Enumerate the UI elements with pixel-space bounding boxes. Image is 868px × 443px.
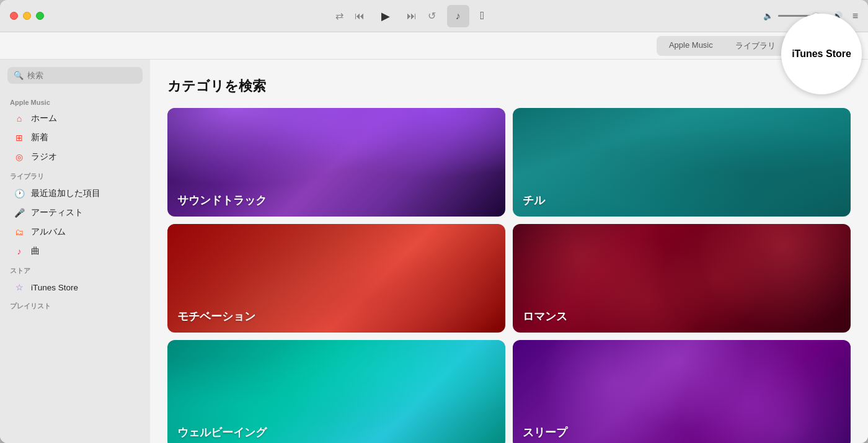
category-card-romance[interactable]: ロマンス <box>513 224 851 333</box>
sidebar-item-albums-label: アルバム <box>31 226 66 238</box>
sidebar-section-store: ストア <box>0 261 150 278</box>
sidebar-section-playlists: プレイリスト <box>0 297 150 313</box>
maximize-button[interactable] <box>36 12 44 20</box>
sidebar-item-home[interactable]: ⌂ ホーム <box>4 109 146 128</box>
minimize-button[interactable] <box>23 12 31 20</box>
artist-icon: 🎤 <box>14 208 25 218</box>
sidebar-section-library: ライブラリ <box>0 167 150 184</box>
main-content: 🔍 Apple Music ⌂ ホーム ⊞ 新着 ◎ ラジオ ライブラリ 🕐 最… <box>0 60 868 443</box>
sidebar-item-artists-label: アーティスト <box>31 207 83 218</box>
category-label-sleep: スリープ <box>523 425 567 440</box>
recent-icon: 🕐 <box>14 189 25 199</box>
sidebar-item-recent-label: 最近追加した項目 <box>31 188 100 199</box>
new-icon: ⊞ <box>14 133 25 143</box>
category-label-chill: チル <box>523 193 545 208</box>
itunes-store-badge: iTunes Store <box>781 14 862 94</box>
playback-controls: ⇄ ⏮ ▶ ⏭ ↺ ♪  <box>56 5 763 27</box>
search-bar[interactable]: 🔍 <box>7 67 143 84</box>
tabbar: Apple Music ライブラリ iTunes Store iTunes St… <box>0 32 868 60</box>
repeat-button[interactable]: ↺ <box>428 10 436 22</box>
radio-icon: ◎ <box>14 152 25 162</box>
sidebar-item-home-label: ホーム <box>31 113 57 124</box>
sidebar-item-itunes-store-label: iTunes Store <box>31 283 78 292</box>
sidebar-item-new[interactable]: ⊞ 新着 <box>4 128 146 147</box>
now-playing-icon[interactable]: ♪ <box>447 5 469 27</box>
sidebar-section-apple-music: Apple Music <box>0 94 150 109</box>
sidebar-item-recent[interactable]: 🕐 最近追加した項目 <box>4 184 146 203</box>
category-card-motivation[interactable]: モチベーション <box>167 224 505 333</box>
itunes-store-icon: ☆ <box>14 282 25 292</box>
home-icon: ⌂ <box>14 114 25 123</box>
close-button[interactable] <box>10 12 18 20</box>
category-card-soundtrack[interactable]: サウンドトラック <box>167 108 505 217</box>
sidebar-item-radio-label: ラジオ <box>31 151 57 163</box>
rewind-button[interactable]: ⏮ <box>355 11 365 22</box>
category-label-wellbeing: ウェルビーイング <box>177 425 267 440</box>
sidebar-item-itunes-store[interactable]: ☆ iTunes Store <box>4 279 146 296</box>
categories-grid: サウンドトラック チル モチベーション ロマンス ウェルビーイング <box>167 108 851 443</box>
tab-library[interactable]: ライブラリ <box>724 37 787 55</box>
forward-button[interactable]: ⏭ <box>407 11 417 22</box>
app-window: ⇄ ⏮ ▶ ⏭ ↺ ♪  🔈 🔊 ≡ Apple Music ライブラリ iT… <box>0 0 868 443</box>
sidebar-item-songs[interactable]: ♪ 曲 <box>4 242 146 261</box>
category-label-soundtrack: サウンドトラック <box>177 193 267 208</box>
sidebar-item-albums[interactable]: 🗂 アルバム <box>4 223 146 241</box>
play-button[interactable]: ▶ <box>376 6 396 26</box>
album-icon: 🗂 <box>14 227 25 237</box>
menu-button[interactable]: ≡ <box>852 11 858 22</box>
tab-apple-music[interactable]: Apple Music <box>658 37 724 55</box>
traffic-lights <box>10 12 44 20</box>
category-label-motivation: モチベーション <box>177 309 255 324</box>
volume-low-icon: 🔈 <box>763 11 773 20</box>
sidebar-item-songs-label: 曲 <box>31 246 40 257</box>
sidebar-item-new-label: 新着 <box>31 132 48 143</box>
shuffle-button[interactable]: ⇄ <box>335 10 343 22</box>
apple-logo:  <box>480 9 485 22</box>
category-card-chill[interactable]: チル <box>513 108 851 217</box>
search-icon: 🔍 <box>14 71 24 80</box>
category-card-wellbeing[interactable]: ウェルビーイング <box>167 340 505 443</box>
sidebar-item-radio[interactable]: ◎ ラジオ <box>4 148 146 166</box>
titlebar: ⇄ ⏮ ▶ ⏭ ↺ ♪  🔈 🔊 ≡ <box>0 0 868 32</box>
content-area: カテゴリを検索 サウンドトラック チル モチベーション ロマンス <box>150 60 868 443</box>
search-input[interactable] <box>27 71 136 80</box>
song-icon: ♪ <box>14 246 25 256</box>
category-card-sleep[interactable]: スリープ <box>513 340 851 443</box>
page-title: カテゴリを検索 <box>167 77 851 96</box>
sidebar-item-artists[interactable]: 🎤 アーティスト <box>4 204 146 222</box>
sidebar: 🔍 Apple Music ⌂ ホーム ⊞ 新着 ◎ ラジオ ライブラリ 🕐 最… <box>0 60 150 443</box>
category-label-romance: ロマンス <box>523 309 567 324</box>
